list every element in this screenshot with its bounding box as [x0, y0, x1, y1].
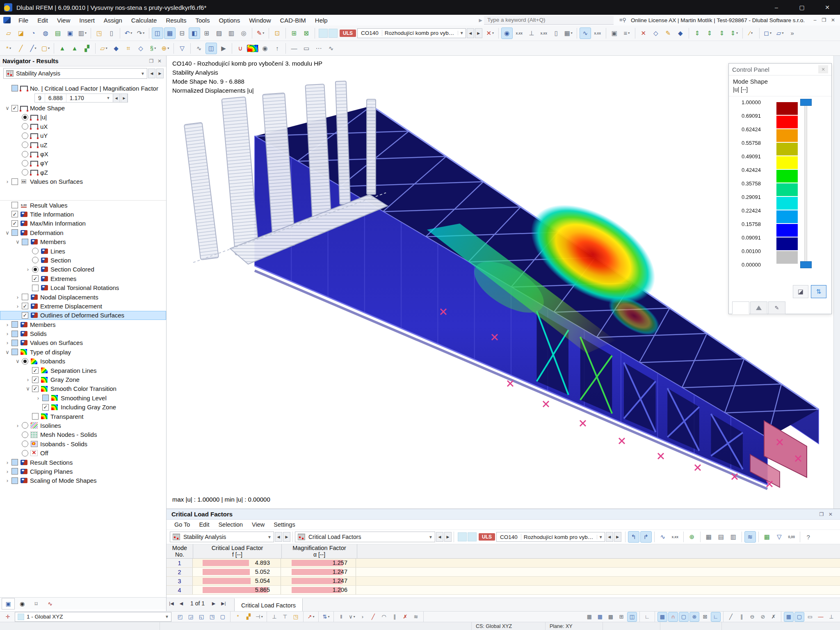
jump-from-graphic-button[interactable]: ↱	[640, 531, 652, 543]
checkbox-on[interactable]: ✓	[32, 377, 39, 383]
tables-toggle-button[interactable]: ▦	[164, 27, 176, 39]
radio-off[interactable]	[32, 248, 39, 254]
coordinate-system-combo[interactable]: 1 - Global XYZ ▼	[15, 612, 171, 622]
show-grid-button[interactable]: ▦	[784, 612, 794, 622]
next-page-button[interactable]: ▶	[209, 598, 219, 609]
comment-tool-button[interactable]: ⊥	[826, 612, 836, 622]
expander-closed-icon[interactable]: ›	[3, 477, 11, 484]
edit-table-button[interactable]: ⊡	[272, 27, 283, 39]
line-style-2-button[interactable]: ▭	[301, 43, 312, 54]
spline-tool-button[interactable]: ≋	[411, 612, 421, 622]
prev-analysis-button[interactable]: ◀	[148, 68, 155, 78]
angle-tool-button[interactable]: ∨▾	[347, 612, 357, 622]
snap-off-button[interactable]: ✗	[769, 612, 778, 622]
dock-prev-analysis[interactable]: ◀	[275, 532, 282, 542]
checkbox-on[interactable]: ✓	[11, 105, 18, 112]
show-values-button[interactable]: x.xx	[669, 531, 681, 543]
tree-item-transparent[interactable]: Transparent	[0, 412, 166, 421]
animation-button[interactable]: ▶	[218, 43, 229, 54]
new-block-button[interactable]: ◇	[135, 43, 146, 54]
expander-closed-icon[interactable]: ›	[3, 468, 11, 475]
relation-tree-button[interactable]: ⊕	[686, 531, 698, 543]
menu-file[interactable]: File	[14, 15, 33, 25]
checkbox-on[interactable]: ✓	[11, 211, 18, 217]
result-tables-button[interactable]: ▦▾	[563, 27, 574, 39]
ortho-mode-button[interactable]: ∟	[711, 612, 721, 622]
checkbox-on[interactable]: ✓	[22, 303, 28, 309]
tree-item-z[interactable]: φZ	[0, 168, 166, 177]
new-surface-button[interactable]: ▱▾	[98, 43, 110, 54]
dock-next-analysis[interactable]: ▶	[283, 532, 290, 542]
checkbox-on[interactable]: ✓	[32, 275, 39, 282]
radio-on[interactable]	[22, 114, 28, 121]
grid-lines-button[interactable]: ▦	[595, 612, 605, 622]
snap-settings-button[interactable]: ◫	[627, 612, 637, 622]
doc-close-icon[interactable]: ✕	[829, 17, 838, 23]
intersection-snap-button[interactable]: ⊠	[700, 612, 710, 622]
tab-views-navigator[interactable]: ⌑	[30, 598, 43, 609]
work-plane-button[interactable]: ∕▾	[745, 27, 757, 39]
nearest-snap-button[interactable]: ⊘	[758, 612, 768, 622]
checkbox-part[interactable]	[11, 229, 18, 236]
user-view-button[interactable]: ▱▾	[774, 27, 786, 39]
line-style-3-button[interactable]: ⋯	[313, 43, 324, 54]
tree-item-scaling-of-mode-shapes[interactable]: ›Scaling of Mode Shapes	[0, 476, 166, 485]
chevron-down-icon[interactable]: ▼	[458, 31, 466, 35]
tree-item-no-critical-load-factor-magnification-factor[interactable]: No. | Critical Load Factor | Magnificati…	[0, 84, 166, 93]
dock-menu-edit[interactable]: Edit	[194, 520, 214, 530]
tree-item-max-min-information[interactable]: ✓Max/Min Information	[0, 219, 166, 228]
checkbox-on[interactable]: ✓	[42, 404, 49, 411]
radio-off[interactable]	[22, 422, 28, 429]
center-snap-button[interactable]: ⊗	[689, 612, 699, 622]
save-scale-button[interactable]: ◪	[793, 285, 808, 298]
radio-off[interactable]	[22, 169, 28, 176]
doc-minimize-icon[interactable]: ‒	[810, 17, 819, 23]
checkbox-part[interactable]	[11, 331, 18, 337]
decimal-places-button[interactable]: 0,00	[786, 531, 797, 543]
redline-button[interactable]: —	[816, 612, 826, 622]
tree-item-values-on-surfaces[interactable]: ›Values on Surfaces	[0, 338, 166, 347]
search-expand-icon[interactable]: ▶	[479, 18, 482, 23]
rendering-button[interactable]: ◍	[40, 27, 51, 39]
checkbox-part[interactable]	[11, 459, 18, 466]
walk-mode-button[interactable]: ↑	[272, 43, 283, 54]
save-button[interactable]: ▣	[64, 27, 76, 39]
expander-open-icon[interactable]: ∨	[14, 358, 22, 364]
menu-calculate[interactable]: Calculate	[127, 15, 162, 25]
checkbox-part[interactable]	[11, 477, 18, 484]
next-mode-button[interactable]: ▶	[121, 94, 128, 103]
more-tools-button[interactable]: »	[787, 27, 798, 39]
view-minus-x-button[interactable]: ⇕▾	[728, 27, 740, 39]
jump-to-graphic-button[interactable]: ↰	[628, 531, 639, 543]
dock-prev-table[interactable]: ◀	[436, 532, 443, 542]
tab-display-navigator[interactable]: ◉	[16, 598, 29, 609]
polar-tracking-button[interactable]: ∟	[642, 612, 652, 622]
col-header-mode[interactable]: ModeNo.	[167, 544, 193, 558]
tree-item-extremes[interactable]: ✓Extremes	[0, 274, 166, 283]
tree-item-section-colored[interactable]: ›Section Colored	[0, 265, 166, 274]
max-values-button[interactable]: x.xx	[538, 27, 550, 39]
grid-cartesian-button[interactable]: ⊞	[616, 612, 626, 622]
menu-tools[interactable]: Tools	[191, 15, 214, 25]
expander-open-icon[interactable]: ∨	[3, 105, 11, 111]
new-section-button[interactable]: §▾	[147, 43, 159, 54]
tree-item-uz[interactable]: uZ	[0, 140, 166, 149]
checkbox-on[interactable]: ✓	[11, 220, 18, 227]
new-report-button[interactable]: ◳	[94, 27, 105, 39]
checkbox-part[interactable]	[22, 239, 28, 245]
show-results-button[interactable]: ◉	[501, 27, 513, 39]
insert-object-button[interactable]: ⊕▾	[160, 43, 171, 54]
select-window-button[interactable]: ◰	[175, 612, 185, 622]
radio-off[interactable]	[22, 450, 28, 457]
checkbox-part[interactable]	[11, 468, 18, 475]
expander-closed-icon[interactable]: ›	[3, 340, 11, 346]
menu-insert[interactable]: Insert	[75, 15, 99, 25]
col-header-clf[interactable]: Critical Load Factorf [--]	[193, 544, 282, 558]
checkbox-off[interactable]	[32, 285, 39, 291]
line-support-button[interactable]: ▲	[69, 43, 80, 54]
visibility-button[interactable]: ◻▾	[762, 27, 774, 39]
doc-restore-icon[interactable]: ❐	[819, 17, 829, 23]
nodal-support-button[interactable]: ▲	[57, 43, 68, 54]
prev-mode-button[interactable]: ◀	[113, 94, 120, 103]
chevron-down-icon[interactable]: ▼	[427, 535, 435, 539]
